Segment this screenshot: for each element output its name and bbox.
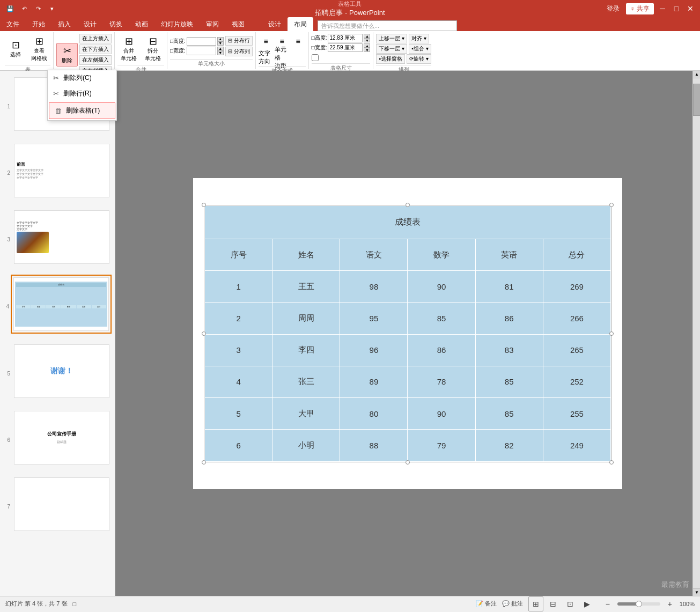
- table-height-input[interactable]: [328, 34, 363, 42]
- close-button[interactable]: ✕: [685, 3, 696, 14]
- slide-item-4[interactable]: 成绩表 序号 姓名 语文 数学 英语 总分: [11, 275, 112, 334]
- delete-button[interactable]: ✂ 删除: [56, 43, 78, 67]
- width-down-btn[interactable]: ▼: [217, 51, 224, 55]
- tab-animations[interactable]: 动画: [129, 17, 154, 31]
- minimize-button[interactable]: ─: [657, 3, 668, 14]
- zoom-slider[interactable]: [617, 602, 660, 606]
- table-width-down[interactable]: ▼: [364, 48, 370, 52]
- tab-file[interactable]: 文件: [0, 17, 26, 31]
- notes-button[interactable]: 📝 备注: [476, 600, 497, 608]
- sorter-view-button[interactable]: ⊟: [546, 596, 561, 611]
- handle-tl[interactable]: [202, 203, 206, 207]
- slide-5-title: 谢谢！: [50, 366, 73, 376]
- selection-pane-button[interactable]: ▪选择窗格: [376, 54, 405, 64]
- group-button[interactable]: ▪组合 ▾: [409, 44, 431, 54]
- slide-item-5[interactable]: 谢谢！: [12, 342, 112, 400]
- delete-row-label: 删除行(R): [63, 89, 92, 98]
- login-button[interactable]: 登录: [603, 3, 623, 14]
- gridlines-label: 查看网格线: [31, 47, 47, 62]
- slide-num-5: 5: [3, 371, 10, 377]
- height-up-btn[interactable]: ▲: [217, 37, 224, 41]
- share-button[interactable]: ♀ 共享: [626, 3, 654, 14]
- tab-design[interactable]: 设计: [77, 17, 103, 31]
- delete-col-label: 删除列(C): [63, 73, 92, 83]
- align-right-button[interactable]: ≡: [291, 34, 306, 49]
- delete-row-item[interactable]: ✂ 删除行(R): [48, 86, 116, 101]
- table-height-up[interactable]: ▲: [364, 34, 370, 38]
- slide-thumb-5: 谢谢！: [14, 344, 109, 398]
- table-size-inputs: □高度: ▲ ▼ □宽度: ▲ ▼: [312, 34, 371, 62]
- tab-insert[interactable]: 插入: [51, 17, 77, 31]
- bring-forward-button[interactable]: 上移一层 ▾: [376, 34, 407, 43]
- tab-tabletools-design[interactable]: 设计: [262, 17, 288, 31]
- undo-icon[interactable]: ↶: [18, 3, 30, 14]
- slide-panel: 1 招聘启事 2 前言 文字文字文字文字文字文字文字文字文字文字文字文字文字文字…: [0, 71, 115, 596]
- split-cells-button[interactable]: ⊟ 拆分单元格: [142, 34, 164, 64]
- zoom-in-button[interactable]: +: [662, 596, 677, 611]
- insert-below-button[interactable]: 在下方插入: [79, 45, 112, 54]
- search-bar[interactable]: 告诉我您想要做什么...: [318, 20, 457, 31]
- qa-dropdown-icon[interactable]: ▾: [46, 3, 58, 14]
- insert-above-button[interactable]: 在上方插入: [79, 34, 112, 43]
- slide-item-3[interactable]: 文字文字文字文字文字文字文字文字文字: [12, 208, 112, 266]
- tab-tabletools-layout[interactable]: 布局: [288, 17, 313, 31]
- rotate-button[interactable]: ⟳旋转 ▾: [407, 54, 431, 64]
- tab-view[interactable]: 视图: [225, 17, 251, 31]
- tab-home[interactable]: 开始: [26, 17, 51, 31]
- height-down-btn[interactable]: ▼: [217, 41, 224, 46]
- width-up-btn[interactable]: ▲: [217, 47, 224, 51]
- tab-transitions[interactable]: 切换: [103, 17, 129, 31]
- ribbon-group-table: ⊡ 选择 ⊞ 查看网格线 表: [2, 32, 54, 69]
- redo-icon[interactable]: ↷: [32, 3, 44, 14]
- height-input[interactable]: [187, 37, 216, 46]
- delete-column-item[interactable]: ✂ 删除列(C): [48, 70, 116, 86]
- align-arrange-button[interactable]: 对齐 ▾: [409, 34, 429, 43]
- handle-br[interactable]: [609, 460, 614, 464]
- table-width-up[interactable]: ▲: [364, 43, 370, 48]
- handle-mr[interactable]: [609, 331, 614, 336]
- scroll-down-button[interactable]: ▼: [693, 588, 700, 596]
- tab-slideshow[interactable]: 幻灯片放映: [154, 17, 200, 31]
- reading-view-button[interactable]: ⊡: [563, 596, 578, 611]
- handle-tc[interactable]: [406, 203, 410, 207]
- cell-4-4: 85: [475, 366, 543, 397]
- handle-bc[interactable]: [406, 460, 410, 464]
- select-button[interactable]: ⊡ 选择: [5, 38, 26, 60]
- text-direction-button[interactable]: 文字方向: [259, 50, 274, 65]
- distribute-cols-button[interactable]: ⊟ 分布列: [225, 47, 253, 56]
- delete-table-label: 删除表格(T): [66, 106, 100, 115]
- slide-item-2[interactable]: 前言 文字文字文字文字文字文字文字文字文字文字文字文字文字文字: [12, 142, 112, 200]
- slide-item-7[interactable]: [12, 475, 112, 533]
- delete-table-item[interactable]: 🗑 删除表格(T): [49, 102, 115, 119]
- restore-button[interactable]: □: [671, 3, 682, 14]
- handle-bl[interactable]: [202, 460, 206, 464]
- normal-view-button[interactable]: ⊞: [528, 596, 543, 611]
- tab-review[interactable]: 审阅: [200, 17, 225, 31]
- search-input[interactable]: 告诉我您想要做什么...: [321, 22, 379, 30]
- save-icon[interactable]: 💾: [4, 3, 16, 14]
- table-width-input[interactable]: [328, 43, 363, 52]
- insert-left-button[interactable]: 在左侧插入: [79, 55, 112, 65]
- slide-thumb-3: 文字文字文字文字文字文字文字文字文字: [14, 210, 109, 264]
- send-backward-button[interactable]: 下移一层 ▾: [376, 44, 407, 54]
- zoom-thumb[interactable]: [636, 601, 642, 607]
- handle-ml[interactable]: [202, 331, 206, 336]
- handle-tr[interactable]: [609, 203, 614, 207]
- comments-button[interactable]: 💬 批注: [502, 600, 523, 608]
- align-left-button[interactable]: ≡: [259, 34, 274, 49]
- slide-item-6[interactable]: 公司宣传手册 副标题: [12, 409, 112, 467]
- slideshow-button[interactable]: ▶: [580, 596, 595, 611]
- header-math: 数学: [408, 239, 475, 271]
- merge-cells-button[interactable]: ⊞ 合并单元格: [117, 34, 140, 64]
- table-height-down[interactable]: ▼: [364, 38, 370, 42]
- zoom-out-button[interactable]: −: [600, 596, 615, 611]
- scroll-thumb-right[interactable]: [693, 84, 700, 116]
- scroll-up-button[interactable]: ▲: [693, 71, 700, 78]
- ribbon-group-cellsize: □高度: ▲ ▼ □宽度: ▲ ▼ ⊟ 分布行: [167, 32, 256, 69]
- lock-aspect-checkbox[interactable]: [312, 54, 319, 61]
- distribute-rows-button[interactable]: ⊟ 分布行: [225, 36, 253, 46]
- cell-5-5: 255: [543, 398, 610, 430]
- cell-margin-button[interactable]: 单元格边距: [275, 50, 290, 65]
- gridlines-button[interactable]: ⊞ 查看网格线: [28, 34, 50, 64]
- width-input[interactable]: [187, 47, 216, 55]
